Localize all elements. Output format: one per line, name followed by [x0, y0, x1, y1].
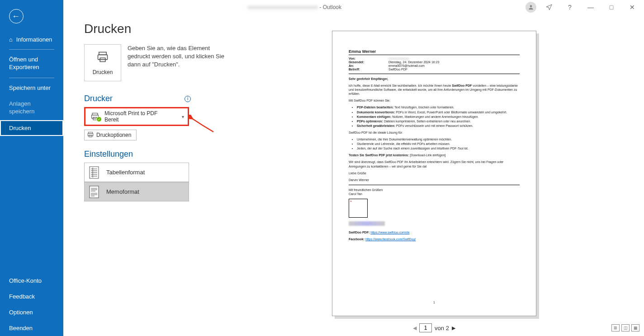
svg-point-0	[530, 5, 532, 7]
zoom-actual-icon[interactable]: ⊞	[611, 324, 620, 331]
printer-small-icon: ✓	[89, 112, 101, 121]
options-icon	[87, 131, 94, 139]
nav-save-attachments: Anlagen speichern	[0, 96, 63, 120]
chevron-down-icon: ▾	[182, 114, 184, 119]
svg-rect-4	[92, 113, 98, 115]
close-button[interactable]: ✕	[622, 1, 642, 14]
printer-section-title: Drucker i	[84, 94, 224, 103]
nav-feedback[interactable]: Feedback	[0, 289, 63, 304]
coming-soon-icon[interactable]	[539, 1, 559, 14]
titlebar: xxxxxxxxxxxxxxxxxxxxxxxxxx - Outlook ? —…	[63, 0, 644, 14]
maximize-button[interactable]: □	[601, 1, 621, 14]
print-options-button[interactable]: Druckoptionen	[84, 130, 137, 140]
print-button[interactable]: Drucken	[84, 44, 121, 81]
zoom-fit-icon[interactable]: ◫	[621, 324, 630, 331]
nav-save-as[interactable]: Speichern unter	[0, 80, 63, 96]
minimize-button[interactable]: —	[581, 1, 601, 14]
svg-rect-8	[88, 133, 93, 135]
back-button[interactable]: ←	[9, 9, 24, 23]
nav-open-export[interactable]: Öffnen und Exportieren	[0, 51, 63, 76]
home-icon: ⌂	[9, 36, 13, 43]
pager: ◀ von 2 ▶	[413, 323, 455, 332]
info-icon[interactable]: i	[185, 96, 191, 102]
ready-check-icon: ✓	[96, 117, 102, 122]
printer-icon	[95, 51, 110, 66]
printer-dropdown[interactable]: ✓ Microsoft Print to PDF Bereit ▾	[84, 107, 189, 126]
nav-print[interactable]: Drucken	[0, 120, 63, 136]
table-format-icon	[88, 166, 100, 179]
svg-rect-7	[88, 132, 92, 133]
print-preview-page: Emma Werner Von:xxxxxxxxxxxxx Gesendet:D…	[332, 31, 536, 316]
zoom-multi-icon[interactable]: ▦	[631, 324, 639, 331]
nav-informationen[interactable]: ⌂ Informationen	[0, 32, 63, 47]
next-page-button[interactable]: ▶	[452, 325, 455, 331]
user-avatar[interactable]	[526, 2, 536, 13]
memo-format-option[interactable]: Memoformat	[84, 182, 189, 201]
table-format-option[interactable]: Tabellenformat	[84, 163, 189, 182]
attachment-placeholder	[349, 199, 368, 218]
page-title: Drucken	[84, 22, 224, 36]
nav-account[interactable]: Office-Konto	[0, 273, 63, 289]
svg-rect-2	[98, 55, 108, 59]
nav-options[interactable]: Optionen	[0, 304, 63, 320]
prev-page-button[interactable]: ◀	[413, 325, 417, 331]
nav-exit[interactable]: Beenden	[0, 320, 63, 336]
page-number-input[interactable]	[419, 323, 432, 332]
memo-format-icon	[88, 185, 100, 199]
svg-rect-1	[99, 52, 106, 55]
settings-section-title: Einstellungen	[84, 149, 224, 159]
print-description: Geben Sie an, wie das Element gedruckt w…	[128, 44, 224, 81]
help-button[interactable]: ?	[560, 1, 580, 14]
